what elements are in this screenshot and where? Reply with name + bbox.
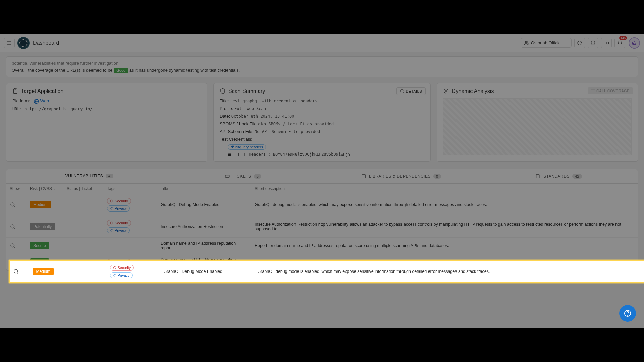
svg-line-46 bbox=[17, 273, 18, 274]
svg-point-39 bbox=[110, 222, 113, 224]
tag-privacy[interactable]: Privacy bbox=[110, 272, 133, 278]
coverage-card: potential vulnerabilities that require f… bbox=[6, 56, 638, 77]
row-title: Insecure Authorization Restriction bbox=[157, 216, 251, 238]
tag-security[interactable]: Security bbox=[107, 198, 131, 204]
call-coverage-button: CALL COVERAGE bbox=[588, 87, 633, 94]
svg-point-19 bbox=[594, 89, 594, 90]
risk-pill: Medium bbox=[30, 201, 51, 208]
libs-count: 0 bbox=[433, 174, 441, 179]
col-desc: Short description bbox=[251, 184, 638, 194]
row-title: GraphQL Debug Mode Enabled bbox=[157, 194, 251, 216]
refresh-button[interactable] bbox=[574, 38, 585, 48]
col-status: Status | Ticket bbox=[63, 184, 104, 194]
table-row[interactable]: Potentially SecurityPrivacy Insecure Aut… bbox=[6, 216, 638, 238]
row-desc: Report for domain name and IP addresses … bbox=[251, 238, 638, 254]
tab-standards[interactable]: STANDARDS 42 bbox=[480, 169, 638, 183]
svg-point-20 bbox=[593, 92, 593, 92]
globe-small-icon bbox=[113, 266, 116, 269]
pulse-icon bbox=[443, 88, 449, 94]
menu-icon bbox=[7, 40, 12, 46]
target-title: Target Application bbox=[21, 88, 63, 94]
tag-security[interactable]: Security bbox=[110, 265, 134, 271]
target-card: Target Application Platform: Web URL: ht… bbox=[6, 83, 207, 162]
highlighted-row[interactable]: Medium Security Privacy GraphQL Debug Mo… bbox=[9, 260, 644, 283]
http-headers: HTTP Headers : BQY847eDN8lzv0CjkRLF2sv5b… bbox=[220, 152, 424, 157]
good-pill: Good bbox=[114, 68, 128, 73]
svg-point-34 bbox=[11, 203, 14, 206]
svg-line-35 bbox=[14, 206, 15, 207]
logo[interactable] bbox=[17, 37, 30, 49]
dynamic-graph[interactable] bbox=[443, 98, 632, 155]
topbar: Dashboard Ostorlab Official 145 bbox=[0, 34, 644, 52]
col-risk[interactable]: Risk | CVSS ↓ bbox=[26, 184, 63, 194]
svg-point-18 bbox=[592, 89, 592, 90]
page-title: Dashboard bbox=[33, 40, 59, 46]
app-root: Dashboard Ostorlab Official 145 potentia… bbox=[0, 34, 644, 328]
eye-off-icon bbox=[113, 274, 116, 277]
tab-vulnerabilities[interactable]: VULNERABILITIES 4 bbox=[6, 169, 164, 183]
std-count: 42 bbox=[572, 174, 582, 179]
tickets-count: 0 bbox=[254, 174, 262, 179]
dynamic-card: CALL COVERAGE Dynamic Analysis bbox=[437, 83, 638, 162]
scan-card: DETAILS Scan Summary Title: test graphql… bbox=[213, 83, 431, 162]
book-icon bbox=[535, 174, 541, 179]
org-selector[interactable]: Ostorlab Official bbox=[521, 38, 572, 48]
shield-button[interactable] bbox=[588, 38, 598, 48]
magnify-icon[interactable] bbox=[10, 224, 16, 230]
coverage-line2: Overall, the coverage of the URL(s) is d… bbox=[12, 68, 632, 73]
ticket-icon bbox=[604, 40, 609, 46]
dynamic-title: Dynamic Analysis bbox=[452, 88, 494, 94]
globe-icon bbox=[34, 99, 39, 104]
svg-line-28 bbox=[61, 175, 61, 175]
svg-rect-31 bbox=[225, 175, 229, 178]
tag-privacy[interactable]: Privacy bbox=[107, 205, 130, 212]
risk-pill: Potentially bbox=[30, 223, 55, 230]
tag-privacy[interactable]: Privacy bbox=[107, 227, 130, 233]
svg-rect-32 bbox=[362, 175, 366, 178]
package-icon bbox=[361, 174, 366, 179]
vuln-table: Show Risk | CVSS ↓ Status | Ticket Tags … bbox=[6, 184, 638, 270]
table-row[interactable]: Medium SecurityPrivacy GraphQL Debug Mod… bbox=[6, 194, 638, 216]
content: potential vulnerabilities that require f… bbox=[0, 52, 644, 275]
cards-row: Target Application Platform: Web URL: ht… bbox=[6, 83, 638, 162]
risk-pill: Secure bbox=[30, 242, 49, 249]
tab-libraries[interactable]: LIBRARIES & DEPENDENCIES 0 bbox=[322, 169, 480, 183]
magnify-icon[interactable] bbox=[13, 268, 19, 275]
notif-badge: 145 bbox=[619, 36, 627, 40]
details-button[interactable]: DETAILS bbox=[396, 87, 426, 95]
shield-icon bbox=[590, 40, 596, 46]
tab-tickets[interactable]: TICKETS 0 bbox=[164, 169, 322, 183]
svg-line-30 bbox=[61, 177, 61, 177]
tag-security[interactable]: Security bbox=[107, 220, 131, 226]
row-title: GraphQL Debug Mode Enabled bbox=[160, 260, 254, 283]
svg-point-25 bbox=[59, 175, 61, 177]
tag-icon bbox=[231, 145, 234, 149]
bell-icon bbox=[617, 40, 623, 46]
chevron-down-icon bbox=[564, 41, 568, 45]
robot-icon bbox=[631, 40, 637, 46]
col-title: Title bbox=[157, 184, 251, 194]
coverage-line1: potential vulnerabilities that require f… bbox=[12, 61, 632, 66]
clipboard-icon bbox=[12, 88, 18, 94]
notifications-button[interactable]: 145 bbox=[614, 38, 625, 48]
refresh-icon bbox=[577, 40, 582, 46]
menu-button[interactable] bbox=[4, 38, 15, 48]
col-tags: Tags bbox=[104, 184, 157, 194]
cred-pill[interactable]: bitquery headers bbox=[228, 144, 266, 150]
ticket-button[interactable] bbox=[601, 38, 612, 48]
org-icon bbox=[524, 41, 529, 45]
magnify-icon[interactable] bbox=[10, 243, 16, 249]
svg-point-45 bbox=[14, 269, 18, 273]
svg-point-49 bbox=[628, 315, 628, 315]
magnify-icon[interactable] bbox=[10, 202, 16, 208]
svg-line-41 bbox=[14, 247, 15, 248]
platform-link[interactable]: Web bbox=[40, 98, 49, 103]
table-row[interactable]: Secure Domain name and IP address reputa… bbox=[6, 238, 638, 254]
help-fab[interactable] bbox=[619, 305, 636, 322]
svg-line-29 bbox=[58, 177, 59, 177]
row-title: Domain name and IP address reputation re… bbox=[157, 238, 251, 254]
svg-point-24 bbox=[444, 89, 448, 93]
svg-point-37 bbox=[11, 225, 14, 228]
avatar[interactable] bbox=[629, 37, 640, 49]
url-row: URL: https://graphql.bitquery.io/ bbox=[12, 107, 201, 111]
